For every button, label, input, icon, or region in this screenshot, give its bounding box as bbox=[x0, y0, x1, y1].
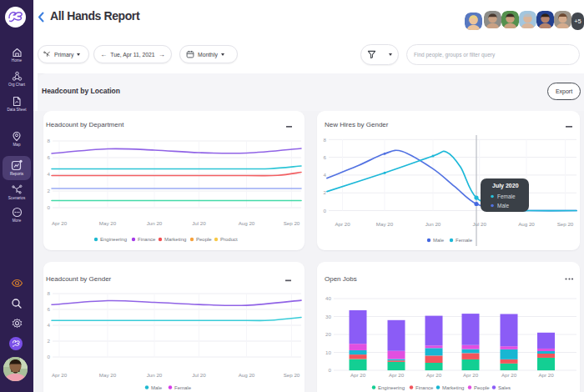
svg-text:Male: Male bbox=[151, 385, 163, 390]
svg-text:May 20: May 20 bbox=[99, 220, 117, 226]
svg-text:8: 8 bbox=[48, 138, 51, 143]
svg-text:Apr 20: Apr 20 bbox=[501, 372, 517, 378]
svg-text:Finance: Finance bbox=[138, 237, 156, 242]
svg-text:Sep 20: Sep 20 bbox=[284, 372, 300, 378]
svg-text:Aug 20: Aug 20 bbox=[239, 372, 255, 378]
svg-text:Aug 20: Aug 20 bbox=[518, 221, 535, 227]
svg-text:Sep 20: Sep 20 bbox=[284, 220, 300, 226]
svg-text:Apr 20: Apr 20 bbox=[350, 372, 366, 378]
svg-text:0: 0 bbox=[48, 354, 51, 359]
svg-text:Apr 20: Apr 20 bbox=[463, 372, 479, 378]
svg-text:Product: Product bbox=[220, 237, 238, 242]
svg-text:Marketing: Marketing bbox=[164, 237, 186, 242]
svg-text:30: 30 bbox=[325, 314, 331, 319]
svg-text:Male: Male bbox=[497, 203, 509, 209]
svg-text:Apr 20: Apr 20 bbox=[335, 221, 350, 227]
svg-text:4: 4 bbox=[48, 171, 51, 177]
svg-text:May 20: May 20 bbox=[99, 372, 117, 378]
svg-text:2: 2 bbox=[324, 189, 327, 195]
svg-text:Jul 20: Jul 20 bbox=[472, 221, 486, 227]
svg-text:2: 2 bbox=[48, 338, 51, 344]
svg-text:Jun 20: Jun 20 bbox=[147, 220, 163, 226]
svg-text:People: People bbox=[196, 237, 212, 242]
svg-text:6: 6 bbox=[48, 154, 51, 160]
svg-text:May 20: May 20 bbox=[376, 221, 394, 227]
svg-text:10: 10 bbox=[325, 349, 331, 355]
svg-text:Aug 20: Aug 20 bbox=[239, 220, 255, 226]
svg-text:Female: Female bbox=[174, 385, 192, 390]
svg-text:Headcount by Gender: Headcount by Gender bbox=[46, 275, 112, 283]
svg-text:Apr 20: Apr 20 bbox=[538, 372, 554, 378]
svg-text:July 2020: July 2020 bbox=[492, 183, 519, 189]
svg-text:4: 4 bbox=[324, 172, 327, 178]
svg-text:4: 4 bbox=[48, 322, 51, 328]
svg-text:Jul 20: Jul 20 bbox=[192, 220, 206, 226]
svg-text:0: 0 bbox=[329, 367, 332, 373]
svg-text:People: People bbox=[474, 385, 490, 390]
svg-text:0: 0 bbox=[324, 208, 327, 214]
svg-text:40: 40 bbox=[325, 295, 331, 301]
svg-text:Apr 20: Apr 20 bbox=[52, 372, 68, 378]
svg-text:0: 0 bbox=[48, 204, 51, 210]
svg-text:Sep 20: Sep 20 bbox=[557, 221, 574, 227]
svg-text:Male: Male bbox=[433, 238, 445, 243]
svg-text:Jun 20: Jun 20 bbox=[425, 221, 441, 227]
svg-text:Marketing: Marketing bbox=[442, 385, 464, 390]
svg-text:6: 6 bbox=[48, 306, 51, 312]
svg-text:New Hires by Gender: New Hires by Gender bbox=[325, 121, 389, 128]
svg-text:2: 2 bbox=[48, 188, 51, 193]
svg-text:Female: Female bbox=[497, 193, 516, 199]
svg-text:8: 8 bbox=[48, 290, 51, 296]
svg-text:8: 8 bbox=[324, 137, 327, 143]
svg-text:Apr 20: Apr 20 bbox=[52, 220, 68, 226]
svg-text:Sales: Sales bbox=[498, 385, 511, 390]
svg-text:Apr 20: Apr 20 bbox=[389, 372, 405, 378]
svg-text:Open Jobs: Open Jobs bbox=[325, 275, 357, 283]
svg-text:Finance: Finance bbox=[415, 385, 434, 390]
svg-text:Female: Female bbox=[456, 238, 473, 243]
svg-text:Engineering: Engineering bbox=[100, 237, 127, 242]
svg-text:Apr 20: Apr 20 bbox=[426, 372, 442, 378]
svg-text:Engineering: Engineering bbox=[378, 385, 405, 390]
svg-text:Jun 20: Jun 20 bbox=[147, 372, 163, 378]
svg-text:Jul 20: Jul 20 bbox=[192, 372, 206, 378]
svg-text:6: 6 bbox=[324, 154, 327, 160]
svg-text:20: 20 bbox=[325, 331, 331, 337]
svg-text:Headcount by Department: Headcount by Department bbox=[46, 121, 124, 128]
